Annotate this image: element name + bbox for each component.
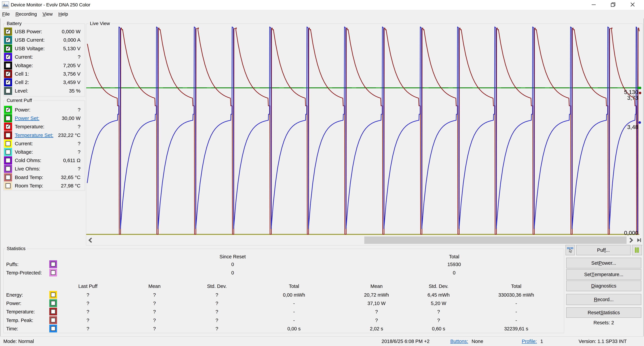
- stats-cell: ?: [51, 301, 125, 306]
- trace-checkbox[interactable]: ✓: [6, 38, 10, 43]
- legend-row: ✓USB Voltage:5,130 V: [4, 45, 84, 53]
- trace-checkbox[interactable]: [6, 116, 10, 121]
- stats-cell: -: [257, 301, 331, 306]
- menu-file[interactable]: File: [0, 10, 12, 19]
- scroll-right-button[interactable]: [627, 237, 635, 244]
- usb-voltage-current-dot: [639, 87, 641, 89]
- trace-checkbox[interactable]: ✓: [6, 46, 10, 51]
- set-power-button[interactable]: Set Power...: [566, 258, 641, 268]
- scrollbar-thumb[interactable]: [364, 237, 626, 244]
- trace-value: 32,65 °C: [61, 175, 80, 180]
- live-chart: [86, 26, 639, 236]
- set-temperature-button[interactable]: Set Temperature...: [566, 269, 641, 280]
- menu-help[interactable]: Help: [56, 10, 71, 19]
- stats-cell: -: [479, 318, 553, 323]
- trace-checkbox[interactable]: [6, 183, 10, 188]
- statistics-group-title: Statistics: [5, 246, 27, 251]
- stats-cell: 6,45 mWh: [402, 292, 476, 298]
- pause-button[interactable]: [632, 245, 642, 255]
- stats-cell: ?: [51, 292, 125, 298]
- trace-checkbox[interactable]: [6, 166, 10, 171]
- current-puff-group: Current Puff ✓Power:?Power Set:30,00 W✓T…: [3, 100, 85, 191]
- menu-view[interactable]: View: [40, 10, 56, 19]
- window-title: Device Monitor - Evolv DNA 250 Color: [11, 0, 90, 10]
- stats-cell: ?: [180, 309, 254, 315]
- trace-label: Cell 1:: [15, 71, 29, 77]
- stats-color-swatch: [49, 269, 57, 276]
- setting-link[interactable]: Power Set:: [15, 115, 40, 121]
- cell2-value-label: 3,48: [627, 124, 638, 130]
- legend-row: ✓Cell 2:3,459 V: [4, 78, 84, 86]
- scroll-left-button[interactable]: [86, 237, 94, 244]
- profile-link[interactable]: Profile:: [522, 336, 537, 346]
- stats-cell: ?: [180, 292, 254, 298]
- battery-group: Battery ✓USB Power:0,000 W✓USB Current:0…: [3, 24, 85, 97]
- trace-checkbox[interactable]: ✓: [6, 124, 10, 129]
- trace-checkbox[interactable]: [6, 133, 10, 138]
- diagnostics-button[interactable]: Diagnostics: [566, 280, 641, 291]
- legend-row: Temperature Set:232,22 °C: [4, 131, 84, 139]
- menu-recording[interactable]: Recording: [12, 10, 40, 19]
- resets-count: Resets: 2: [566, 320, 641, 325]
- menu-bar: File Recording View Help: [0, 10, 644, 19]
- stats-cell: 32239,61 s: [479, 326, 553, 331]
- trace-label: USB Power:: [15, 29, 42, 35]
- buttons-link[interactable]: Buttons:: [450, 336, 468, 346]
- buttons-value: None: [472, 336, 483, 346]
- trace-checkbox[interactable]: [6, 149, 10, 154]
- stats-table-header: Total: [259, 283, 329, 289]
- legend-row: Live Ohms:?: [4, 165, 84, 173]
- stats-cell: ?: [51, 326, 125, 331]
- trace-value: 7,205 V: [63, 63, 80, 68]
- stats-checkbox[interactable]: [51, 270, 56, 275]
- trace-checkbox[interactable]: ✓: [6, 29, 10, 34]
- chart-scrollbar[interactable]: [86, 237, 642, 244]
- puff-button[interactable]: Puff...: [576, 245, 630, 255]
- minimize-button[interactable]: [584, 0, 603, 10]
- trace-checkbox[interactable]: [6, 141, 10, 146]
- trace-value: ?: [78, 124, 80, 129]
- legend-row: ✓Current:?: [4, 53, 84, 61]
- stats-table-header: Std. Dev.: [182, 283, 252, 289]
- setting-link[interactable]: Temperature Set:: [15, 132, 53, 138]
- stats-cell: ?: [180, 318, 254, 323]
- stats-row-label: Temp. Peak:: [6, 318, 33, 323]
- select-region-button[interactable]: [566, 245, 575, 255]
- trace-checkbox[interactable]: [6, 88, 10, 93]
- legend-row: Room Temp:27,98 °C: [4, 182, 84, 190]
- restore-button[interactable]: [604, 0, 622, 10]
- trace-value: 0,611 Ω: [63, 157, 80, 163]
- trace-label: Level:: [15, 88, 28, 94]
- legend-row: Current:?: [4, 139, 84, 148]
- checkmark-icon: ✓: [6, 36, 11, 42]
- pause-icon: [635, 247, 639, 253]
- stats-checkbox[interactable]: [51, 262, 56, 267]
- trace-checkbox[interactable]: ✓: [6, 107, 10, 112]
- select-pointer-icon: [567, 247, 574, 253]
- trace-label: Voltage:: [15, 63, 33, 68]
- stats-cell: 5,20 W: [402, 301, 476, 306]
- trace-checkbox[interactable]: [6, 175, 10, 180]
- stats-row-label: Puffs:: [6, 262, 18, 267]
- stats-cell: -: [257, 318, 331, 323]
- stats-table-header: Last Puff: [53, 283, 123, 289]
- trace-checkbox[interactable]: [6, 158, 10, 163]
- stats-row-label: Time:: [6, 326, 18, 331]
- reset-statistics-button[interactable]: Reset Statistics: [566, 307, 641, 318]
- trace-value: 232,22 °C: [58, 132, 80, 138]
- trace-value: ?: [78, 141, 80, 146]
- scroll-to-end-button[interactable]: [635, 237, 643, 244]
- legend-row: Cold Ohms:0,611 Ω: [4, 156, 84, 164]
- stats-table-header: Mean: [341, 283, 412, 289]
- trace-label: Live Ohms:: [15, 166, 40, 172]
- record-button[interactable]: Record...: [566, 294, 641, 305]
- legend-row: ✓Temperature:?: [4, 123, 84, 131]
- trace-checkbox[interactable]: ✓: [6, 80, 10, 85]
- version-text: Version: 1.1 SP33 INT: [578, 336, 627, 346]
- trace-checkbox[interactable]: [6, 63, 10, 68]
- legend-row: ✓USB Power:0,000 W: [4, 28, 84, 36]
- close-button[interactable]: [623, 0, 642, 10]
- trace-checkbox[interactable]: ✓: [6, 54, 10, 59]
- trace-label: Cold Ohms:: [15, 157, 41, 163]
- trace-checkbox[interactable]: ✓: [6, 71, 10, 76]
